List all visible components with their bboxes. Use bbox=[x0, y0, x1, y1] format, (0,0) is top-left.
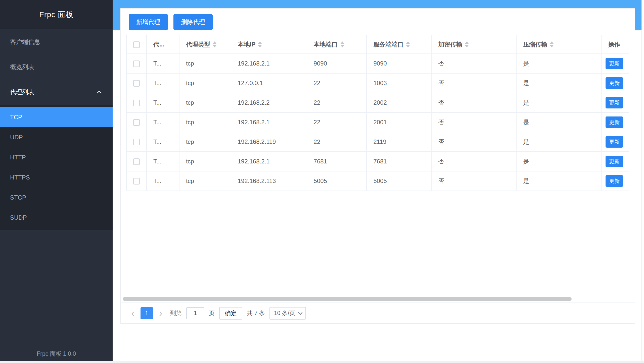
sidebar-subitem-stcp[interactable]: STCP bbox=[0, 188, 113, 208]
cell-name: T... bbox=[147, 112, 179, 132]
toolbar: 新增代理 删除代理 bbox=[129, 14, 629, 30]
column-header-type[interactable]: 代理类型 bbox=[179, 35, 231, 54]
column-header-compression[interactable]: 压缩传输 bbox=[516, 35, 601, 54]
sidebar-item-label: 客户端信息 bbox=[10, 38, 40, 46]
cell-type: tcp bbox=[179, 93, 231, 112]
cell-name: T... bbox=[147, 132, 179, 152]
cell-local_port: 5005 bbox=[307, 171, 367, 191]
sort-carets-icon[interactable] bbox=[340, 41, 344, 47]
vertical-scrollbar-track[interactable] bbox=[641, 0, 644, 363]
cell-name: T... bbox=[147, 171, 179, 191]
cell-compression: 是 bbox=[516, 132, 601, 152]
row-checkbox-cell bbox=[126, 132, 147, 152]
sidebar-subitem-http[interactable]: HTTP bbox=[0, 147, 113, 167]
sidebar-item-overview[interactable]: 概览列表 bbox=[0, 54, 113, 80]
cell-action: 更新 bbox=[601, 73, 629, 93]
row-checkbox[interactable] bbox=[133, 158, 140, 165]
row-checkbox-cell bbox=[126, 152, 147, 171]
update-button[interactable]: 更新 bbox=[606, 175, 623, 187]
sidebar-item-client-info[interactable]: 客户端信息 bbox=[0, 29, 113, 54]
sort-carets-icon[interactable] bbox=[406, 41, 410, 47]
column-header-encryption[interactable]: 加密传输 bbox=[431, 35, 516, 54]
cell-action: 更新 bbox=[601, 112, 629, 132]
cell-name: T... bbox=[147, 54, 179, 73]
cell-local_port: 9090 bbox=[307, 54, 367, 73]
sort-carets-icon[interactable] bbox=[465, 41, 469, 47]
column-label: 服务端端口 bbox=[373, 40, 403, 48]
update-button[interactable]: 更新 bbox=[606, 116, 623, 128]
table-row: T...tcp127.0.0.1221003否是更新 bbox=[126, 73, 629, 93]
cell-encryption: 否 bbox=[431, 93, 516, 112]
horizontal-scrollbar-track[interactable] bbox=[0, 361, 644, 363]
content-card: 新增代理 删除代理 代...代理类型本地IP本地端口服务端端口加密传输压缩传输操… bbox=[120, 8, 635, 324]
update-button[interactable]: 更新 bbox=[606, 97, 623, 108]
cell-compression: 是 bbox=[516, 93, 601, 112]
row-checkbox[interactable] bbox=[133, 80, 140, 87]
cell-server_port: 2119 bbox=[366, 132, 431, 152]
cell-server_port: 5005 bbox=[366, 171, 431, 191]
sort-carets-icon[interactable] bbox=[213, 41, 217, 47]
cell-encryption: 否 bbox=[431, 112, 516, 132]
row-checkbox-cell bbox=[126, 93, 147, 112]
column-header-action: 操作 bbox=[601, 35, 629, 54]
cell-local_ip: 192.168.2.1 bbox=[231, 54, 307, 73]
table-row: T...tcp192.168.2.119222119否是更新 bbox=[126, 132, 629, 152]
row-checkbox[interactable] bbox=[133, 178, 140, 185]
cell-local_port: 22 bbox=[307, 112, 367, 132]
page-number-button[interactable]: 1 bbox=[141, 307, 153, 319]
chevron-up-icon bbox=[96, 89, 103, 95]
column-header-local_port[interactable]: 本地端口 bbox=[307, 35, 367, 54]
row-checkbox[interactable] bbox=[133, 119, 140, 126]
row-checkbox[interactable] bbox=[133, 139, 140, 145]
cell-compression: 是 bbox=[516, 54, 601, 73]
sidebar-subitem-sudp[interactable]: SUDP bbox=[0, 208, 113, 228]
table-horizontal-scrollbar-track[interactable] bbox=[123, 297, 633, 301]
cell-encryption: 否 bbox=[431, 73, 516, 93]
confirm-button[interactable]: 确定 bbox=[219, 307, 242, 320]
column-label: 本地端口 bbox=[314, 40, 338, 48]
row-checkbox-cell bbox=[126, 112, 147, 132]
table-row: T...tcp192.168.2.1222001否是更新 bbox=[126, 112, 629, 132]
sidebar-subitem-tcp[interactable]: TCP bbox=[0, 107, 113, 127]
add-proxy-button[interactable]: 新增代理 bbox=[129, 14, 168, 30]
sidebar-header: Frpc 面板 bbox=[0, 0, 113, 29]
column-label: 本地IP bbox=[238, 40, 256, 48]
column-label: 操作 bbox=[608, 40, 620, 48]
delete-proxy-button[interactable]: 删除代理 bbox=[173, 14, 213, 30]
update-button[interactable]: 更新 bbox=[606, 58, 623, 69]
table-horizontal-scrollbar-thumb[interactable] bbox=[123, 297, 572, 301]
column-header-server_port[interactable]: 服务端端口 bbox=[366, 35, 431, 54]
column-header-local_ip[interactable]: 本地IP bbox=[231, 35, 307, 54]
sort-carets-icon[interactable] bbox=[258, 41, 262, 47]
column-header-name: 代... bbox=[147, 35, 179, 54]
sidebar-item-proxy-list[interactable]: 代理列表 bbox=[0, 80, 113, 105]
column-label: 代... bbox=[153, 40, 164, 48]
cell-encryption: 否 bbox=[431, 132, 516, 152]
update-button[interactable]: 更新 bbox=[606, 156, 623, 167]
row-checkbox[interactable] bbox=[133, 100, 140, 106]
cell-local_ip: 192.168.2.119 bbox=[231, 132, 307, 152]
cell-compression: 是 bbox=[516, 152, 601, 171]
prev-page-button[interactable]: ‹ bbox=[130, 309, 136, 318]
table-body: T...tcp192.168.2.190909090否是更新T...tcp127… bbox=[126, 54, 629, 191]
cell-encryption: 否 bbox=[431, 54, 516, 73]
cell-type: tcp bbox=[179, 54, 231, 73]
sort-carets-icon[interactable] bbox=[550, 41, 554, 47]
next-page-button[interactable]: › bbox=[158, 309, 164, 318]
update-button[interactable]: 更新 bbox=[606, 136, 623, 148]
cell-local_ip: 192.168.2.2 bbox=[231, 93, 307, 112]
sidebar-item-label: 概览列表 bbox=[10, 63, 34, 71]
goto-suffix-label: 页 bbox=[209, 309, 215, 317]
cell-action: 更新 bbox=[601, 171, 629, 191]
sidebar-subitem-udp[interactable]: UDP bbox=[0, 127, 113, 147]
table-row: T...tcp192.168.2.190909090否是更新 bbox=[126, 54, 629, 73]
update-button[interactable]: 更新 bbox=[606, 77, 623, 89]
cell-local_ip: 127.0.0.1 bbox=[231, 73, 307, 93]
page-size-select[interactable]: 10 条/页 bbox=[269, 307, 306, 320]
goto-page-input[interactable] bbox=[186, 307, 204, 319]
row-checkbox[interactable] bbox=[133, 60, 140, 67]
select-all-checkbox[interactable] bbox=[133, 41, 140, 48]
table-row: T...tcp192.168.2.176817681否是更新 bbox=[126, 152, 629, 171]
table-header-row: 代...代理类型本地IP本地端口服务端端口加密传输压缩传输操作 bbox=[126, 35, 629, 54]
sidebar-subitem-https[interactable]: HTTPS bbox=[0, 167, 113, 188]
